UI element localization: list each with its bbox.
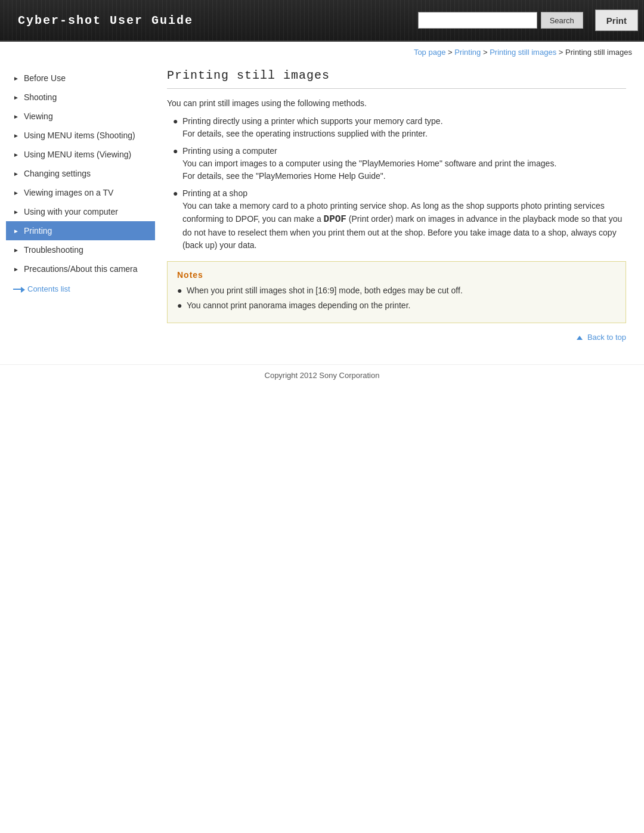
back-to-top-label: Back to top <box>587 333 626 342</box>
sidebar-item-before-use[interactable]: ► Before Use <box>6 69 155 88</box>
breadcrumb-current: Printing still images <box>565 48 632 57</box>
sidebar-item-label: Precautions/About this camera <box>24 264 138 274</box>
arrow-right-icon <box>13 286 25 292</box>
triangle-up-icon <box>577 336 583 340</box>
note-text: You cannot print panorama images dependi… <box>187 301 410 310</box>
sidebar-item-menu-shooting[interactable]: ► Using MENU items (Shooting) <box>6 126 155 145</box>
method-sub: You can take a memory card to a photo pr… <box>182 200 626 252</box>
sidebar-item-printing[interactable]: ► Printing <box>6 221 155 240</box>
chevron-right-icon: ► <box>13 228 19 234</box>
chevron-right-icon: ► <box>13 171 19 177</box>
page-footer: Copyright 2012 Sony Corporation <box>0 364 644 386</box>
breadcrumb-printing[interactable]: Printing <box>454 48 481 57</box>
main-layout: ► Before Use ► Shooting ► Viewing ► Usin… <box>0 63 644 364</box>
search-button[interactable]: Search <box>541 12 583 29</box>
sidebar-item-viewing-tv[interactable]: ► Viewing images on a TV <box>6 183 155 202</box>
chevron-right-icon: ► <box>13 266 19 272</box>
page-header: Cyber-shot User Guide Search Print <box>0 0 644 42</box>
breadcrumb-printing-still-images[interactable]: Printing still images <box>490 48 556 57</box>
chevron-right-icon: ► <box>13 209 19 215</box>
list-item: Printing at a shop You can take a memory… <box>173 187 626 252</box>
notes-box: Notes When you print still images shot i… <box>167 261 626 323</box>
main-content: Printing still images You can print stil… <box>155 63 638 352</box>
notes-title: Notes <box>177 270 616 280</box>
sidebar-item-label: Using MENU items (Shooting) <box>24 131 135 140</box>
back-to-top-link[interactable]: Back to top <box>577 333 626 342</box>
chevron-right-icon: ► <box>13 75 19 82</box>
sidebar: ► Before Use ► Shooting ► Viewing ► Usin… <box>6 63 155 352</box>
note-text: When you print still images shot in [16:… <box>187 286 463 295</box>
contents-list-label: Contents list <box>27 284 70 293</box>
sidebar-item-label: Viewing <box>24 112 53 121</box>
method-heading: Printing using a computer <box>182 146 277 156</box>
list-item: You cannot print panorama images dependi… <box>177 299 616 312</box>
method-heading: Printing directly using a printer which … <box>182 116 443 126</box>
sidebar-item-label: Using with your computer <box>24 207 118 216</box>
page-title: Printing still images <box>167 69 626 89</box>
sidebar-item-label: Shooting <box>24 92 57 102</box>
chevron-right-icon: ► <box>13 151 19 158</box>
method-heading: Printing at a shop <box>182 188 247 198</box>
method-sub-2: For details, see the "PlayMemories Home … <box>182 170 626 182</box>
sidebar-item-viewing[interactable]: ► Viewing <box>6 107 155 126</box>
method-sub: For details, see the operating instructi… <box>182 128 626 140</box>
sidebar-item-label: Viewing images on a TV <box>24 188 113 197</box>
notes-list: When you print still images shot in [16:… <box>177 284 616 312</box>
list-item: When you print still images shot in [16:… <box>177 284 616 297</box>
sidebar-item-label: Using MENU items (Viewing) <box>24 150 131 159</box>
back-to-top: Back to top <box>167 323 626 346</box>
app-title: Cyber-shot User Guide <box>0 14 418 27</box>
methods-list: Printing directly using a printer which … <box>173 115 626 252</box>
list-item: Printing directly using a printer which … <box>173 115 626 140</box>
contents-list-link[interactable]: Contents list <box>6 278 155 299</box>
breadcrumb: Top page > Printing > Printing still ima… <box>0 42 644 63</box>
sidebar-item-troubleshooting[interactable]: ► Troubleshooting <box>6 240 155 259</box>
sidebar-item-computer[interactable]: ► Using with your computer <box>6 202 155 221</box>
sidebar-item-label: Troubleshooting <box>24 245 83 255</box>
sidebar-item-label: Changing settings <box>24 169 91 178</box>
chevron-right-icon: ► <box>13 132 19 139</box>
sidebar-item-label: Before Use <box>24 73 66 83</box>
chevron-right-icon: ► <box>13 190 19 196</box>
method-sub: You can import images to a computer usin… <box>182 157 626 170</box>
chevron-right-icon: ► <box>13 94 19 101</box>
sidebar-item-changing-settings[interactable]: ► Changing settings <box>6 164 155 183</box>
sidebar-item-precautions[interactable]: ► Precautions/About this camera <box>6 259 155 278</box>
search-input[interactable] <box>418 12 537 29</box>
sidebar-item-shooting[interactable]: ► Shooting <box>6 88 155 107</box>
search-area: Search <box>418 12 595 29</box>
list-item: Printing using a computer You can import… <box>173 145 626 182</box>
content-intro: You can print still images using the fol… <box>167 98 626 108</box>
dpof-label: DPOF <box>324 214 346 225</box>
sidebar-item-label: Printing <box>24 226 52 236</box>
copyright-text: Copyright 2012 Sony Corporation <box>265 371 380 380</box>
chevron-right-icon: ► <box>13 247 19 253</box>
breadcrumb-top-page[interactable]: Top page <box>414 48 446 57</box>
sidebar-item-menu-viewing[interactable]: ► Using MENU items (Viewing) <box>6 145 155 164</box>
chevron-right-icon: ► <box>13 113 19 120</box>
